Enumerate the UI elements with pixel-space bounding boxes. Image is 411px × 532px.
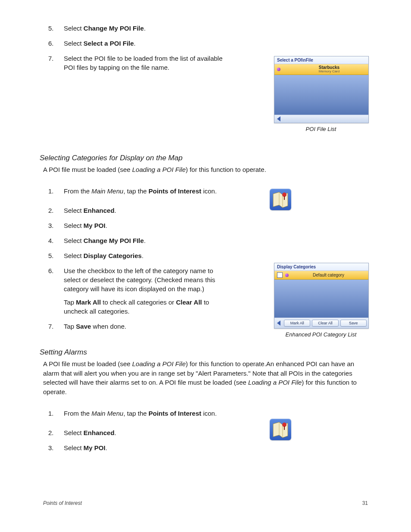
miniwin-footer [274, 115, 368, 123]
category-row[interactable]: Default category [274, 271, 368, 280]
poi-dot-icon [277, 68, 280, 71]
section2-steps: 1. From the Main Menu, tap the Points of… [43, 409, 368, 452]
step-num: 6. [43, 39, 64, 48]
section-heading-setting-alarms: Setting Alarms [40, 348, 368, 357]
save-button[interactable]: Save [340, 320, 367, 327]
poi-file-row[interactable]: Starbucks Memory Card [274, 64, 368, 75]
category-label: Default category [291, 273, 366, 277]
svg-rect-9 [284, 426, 285, 430]
section-heading-selecting-categories: Selecting Categories for Display on the … [40, 154, 368, 162]
miniwin-footer: Mark All Clear All Save [274, 317, 368, 328]
poi-map-icon [270, 419, 291, 440]
section1-intro: A POI file must be loaded (see Loading a… [43, 165, 368, 174]
step-6: 6. Select Select a POI File. [43, 39, 368, 48]
miniwin-body [274, 75, 368, 115]
poi-file-source: Memory Card [319, 70, 339, 74]
category-dot-icon [285, 274, 289, 277]
s1-step-5: 5. Select Display Categories. [43, 251, 368, 260]
step-text: Select Change My POI File. [64, 24, 232, 33]
poi-map-icon [270, 189, 291, 210]
figure-caption: Enhanced POI Category List [274, 331, 368, 338]
figure-poi-file-list: Select a POI\nFile Starbucks Memory Card… [274, 56, 368, 132]
s2-step-1: 1. From the Main Menu, tap the Points of… [43, 409, 368, 418]
back-arrow-icon[interactable] [277, 116, 280, 121]
miniwin-title: Select a POI\nFile [274, 56, 368, 64]
miniwin-body [274, 280, 368, 317]
miniwin-select-poi-file: Select a POI\nFile Starbucks Memory Card [274, 56, 369, 123]
step-text: Select Select a POI File. [64, 39, 232, 48]
figure-caption: POI File List [274, 126, 368, 132]
s2-step-3: 3. Select My POI. [43, 443, 368, 452]
footer-page-number: 31 [362, 500, 368, 506]
s1-step-3: 3. Select My POI. [43, 221, 368, 230]
page-footer: Points of Interest 31 [43, 500, 368, 506]
miniwin-display-categories: Display Categories Default category Mark… [274, 263, 369, 329]
s1-step-1: 1. From the Main Menu, tap the Points of… [43, 187, 368, 196]
mark-all-button[interactable]: Mark All [284, 320, 310, 327]
clear-all-button[interactable]: Clear All [312, 320, 338, 327]
s1-step-4: 4. Select Change My POI FIle. [43, 236, 368, 245]
s1-step-2: 2. Select Enhanced. [43, 206, 368, 215]
step-num: 7. [43, 54, 64, 72]
step-5: 5. Select Change My POI File. [43, 24, 368, 33]
footer-section: Points of Interest [43, 500, 82, 506]
section2-intro: A POI file must be loaded (see Loading a… [43, 359, 368, 397]
miniwin-title: Display Categories [274, 263, 368, 271]
figure-display-categories: Display Categories Default category Mark… [274, 263, 368, 338]
s2-step-2: 2. Select Enhanced. [43, 428, 368, 437]
step-num: 5. [43, 24, 64, 33]
category-checkbox[interactable] [277, 272, 283, 278]
step-text: Select the POI file to be loaded from th… [64, 54, 232, 72]
back-arrow-icon[interactable] [277, 320, 280, 326]
svg-rect-4 [284, 196, 285, 200]
